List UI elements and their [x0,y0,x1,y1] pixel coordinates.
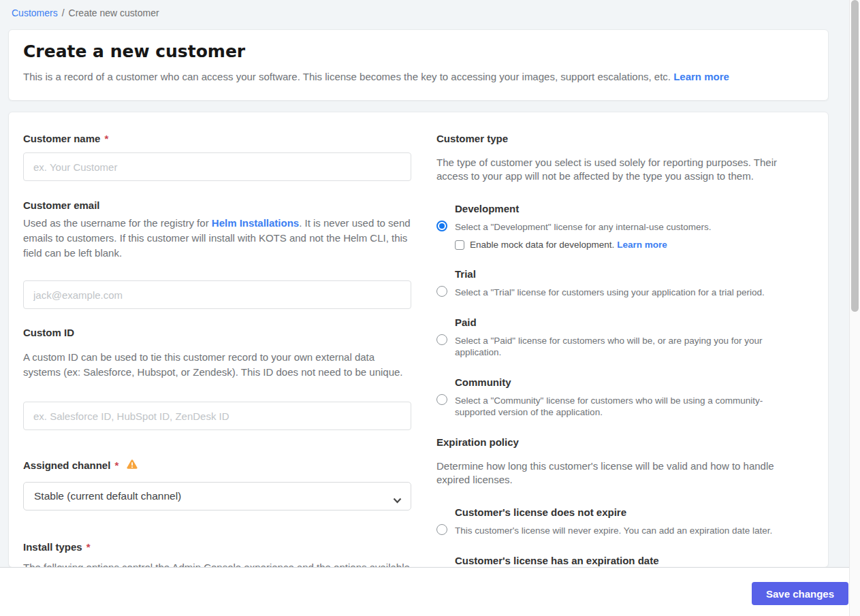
custom-id-field: Custom ID A custom ID can be used to tie… [23,327,411,430]
required-asterisk: * [86,541,91,553]
assigned-channel-selected-value: Stable (current default channel) [34,490,181,502]
helm-installations-link[interactable]: Helm Installations [212,217,299,229]
custom-id-input[interactable] [23,402,411,430]
option-title-development[interactable]: Development [455,203,801,214]
customer-email-help: Used as the username for the registry fo… [23,216,411,261]
assigned-channel-select[interactable]: Stable (current default channel) [23,482,411,510]
install-types-label-text: Install types [23,541,82,553]
expiration-option-no-expire: Customer's license does not expire This … [436,506,801,536]
radio-community[interactable] [436,394,447,405]
expiration-policy-description: Determine how long this customer's licen… [436,459,801,487]
customer-type-option-community: Community Select a "Community" license f… [436,376,801,418]
option-desc-paid: Select a "Paid" license for customers wh… [455,334,801,358]
scrollbar[interactable] [849,0,860,616]
mock-data-checkbox[interactable] [455,240,464,250]
customer-type-option-trial: Trial Select a "Trial" license for custo… [436,268,801,298]
breadcrumb-separator: / [62,7,65,18]
form-right-column: Customer type The type of customer you s… [436,133,801,567]
page-title: Create a new customer [23,42,808,62]
option-desc-development: Select a "Development" license for any i… [455,221,712,233]
form-left-column: Customer name * Customer email Used as t… [23,133,411,567]
option-title-community[interactable]: Community [455,376,801,388]
footer-bar: Save changes [0,567,860,616]
customer-name-label: Customer name * [23,133,411,144]
customer-name-label-text: Customer name [23,133,100,144]
custom-id-label-text: Custom ID [23,327,74,338]
header-card: Create a new customer This is a record o… [8,29,829,101]
warning-icon [126,459,138,472]
mock-data-checkbox-label: Enable mock data for development. Learn … [470,240,667,250]
option-desc-no-expire: This customer's license will never expir… [455,524,772,536]
breadcrumb: Customers/Create new customer [0,0,839,19]
option-title-paid[interactable]: Paid [455,317,801,328]
customer-name-input[interactable] [23,152,411,181]
header-learn-more-link[interactable]: Learn more [673,71,729,82]
install-types-field: Install types * The following options co… [23,541,411,568]
breadcrumb-current: Create new customer [69,7,159,18]
assigned-channel-label: Assigned channel * [23,459,411,472]
custom-id-help: A custom ID can be used to tie this cust… [23,350,411,380]
required-asterisk: * [104,133,108,144]
custom-id-label: Custom ID [23,327,411,338]
customer-type-option-paid: Paid Select a "Paid" license for custome… [436,317,801,358]
mock-data-checkbox-row: Enable mock data for development. Learn … [455,240,801,250]
radio-no-expire[interactable] [436,524,447,535]
save-changes-button[interactable]: Save changes [752,582,848,605]
header-description-text: This is a record of a customer who can a… [23,71,671,82]
expiration-policy-label: Expiration policy [436,436,801,448]
create-customer-form: Customer name * Customer email Used as t… [8,112,829,568]
option-desc-trial: Select a "Trial" license for customers u… [455,286,765,298]
customer-type-description: The type of customer you select is used … [436,156,801,183]
customer-type-section: Customer type The type of customer you s… [436,133,801,418]
option-desc-community: Select a "Community" license for custome… [455,394,801,418]
customer-type-option-development: Development Select a "Development" licen… [436,203,801,250]
chevron-down-icon [393,494,402,506]
customer-email-input[interactable] [23,280,411,309]
mock-data-checkbox-text: Enable mock data for development. [470,240,614,250]
option-title-no-expire[interactable]: Customer's license does not expire [455,506,801,518]
assigned-channel-field: Assigned channel * Stable (current defau… [23,459,411,510]
customer-type-label: Customer type [436,133,801,144]
option-title-trial[interactable]: Trial [455,268,801,280]
breadcrumb-link-customers[interactable]: Customers [12,7,58,18]
radio-paid[interactable] [436,334,447,345]
radio-trial[interactable] [436,286,447,297]
customer-name-field: Customer name * [23,133,411,181]
customer-email-label-text: Customer email [23,199,100,211]
required-asterisk: * [114,459,118,471]
expiration-option-has-expiration: Customer's license has an expiration dat… [436,555,801,568]
option-title-has-expiration[interactable]: Customer's license has an expiration dat… [455,555,801,566]
mock-data-learn-more-link[interactable]: Learn more [617,240,667,250]
install-types-label: Install types * [23,541,411,553]
customer-email-help-text: Used as the username for the registry fo… [23,217,209,229]
expiration-policy-section: Expiration policy Determine how long thi… [436,436,801,568]
customer-email-field: Customer email Used as the username for … [23,199,411,309]
radio-development[interactable] [436,221,447,231]
customer-email-label: Customer email [23,199,411,211]
assigned-channel-label-text: Assigned channel [23,459,110,471]
page: Customers/Create new customer Create a n… [0,0,860,616]
header-description: This is a record of a customer who can a… [23,70,808,84]
scrollbar-thumb[interactable] [851,0,859,312]
